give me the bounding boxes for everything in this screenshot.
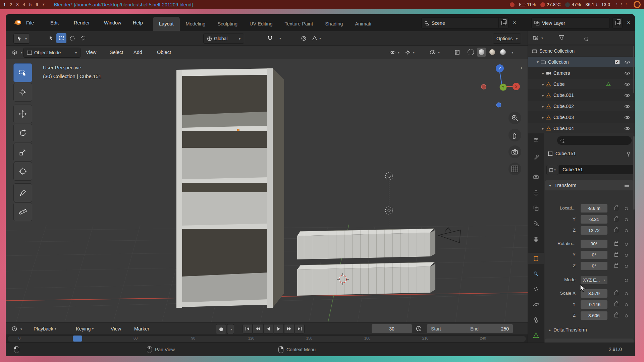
slatted-box-lower[interactable] — [297, 262, 435, 296]
menu-render[interactable]: Render — [72, 14, 92, 31]
lock-icon[interactable] — [614, 229, 618, 232]
view-layer-selector[interactable]: View Layer — [531, 17, 610, 28]
new-scene-button[interactable] — [498, 17, 508, 28]
tool-rotate[interactable] — [13, 124, 32, 142]
camera-object[interactable] — [438, 228, 461, 243]
select-mode-tweak[interactable] — [46, 33, 56, 43]
tab-shading[interactable]: Shading — [319, 17, 349, 31]
end-frame-field[interactable]: End 250 — [466, 324, 513, 333]
animate-dot-icon[interactable] — [625, 218, 628, 221]
animate-dot-icon[interactable] — [625, 265, 628, 268]
lock-icon[interactable] — [614, 264, 618, 268]
animate-dot-icon[interactable] — [625, 314, 628, 317]
object-id-dropdown[interactable]: ▾ — [546, 165, 558, 175]
jump-to-start-button[interactable] — [243, 324, 253, 334]
tab-object-data[interactable] — [528, 329, 544, 341]
new-view-layer-button[interactable] — [612, 17, 623, 28]
snap-toggle[interactable] — [265, 33, 275, 43]
tool-move[interactable] — [13, 105, 32, 123]
eye-icon[interactable] — [624, 116, 630, 119]
active-tool-dropdown[interactable]: ▾ — [13, 34, 30, 44]
jump-to-end-button[interactable] — [294, 324, 305, 334]
lock-icon[interactable] — [614, 218, 618, 221]
tab-layout[interactable]: Layout — [153, 17, 180, 31]
blender-logo-icon[interactable] — [13, 18, 22, 26]
mode-dropdown[interactable]: Object Mode ▾ — [23, 48, 80, 58]
app-grid-icon[interactable]: ⋮⋮⋮ — [615, 2, 629, 7]
rotation-z-field[interactable]: 0° — [581, 262, 607, 270]
properties-editor-dropdown[interactable] — [528, 134, 544, 145]
menu-window[interactable]: Window — [102, 14, 123, 31]
lock-icon[interactable] — [614, 242, 618, 246]
shading-solid-button[interactable] — [477, 48, 486, 57]
scale-z-field[interactable]: 3.606 — [581, 311, 607, 320]
animate-dot-icon[interactable] — [625, 229, 628, 232]
next-keyframe-button[interactable] — [284, 324, 294, 334]
slatted-box-upper[interactable] — [297, 229, 435, 259]
eye-icon[interactable] — [624, 82, 630, 86]
rotation-mode-dropdown[interactable]: XYZ E...▾ — [581, 276, 607, 284]
tab-modeling[interactable]: Modeling — [180, 17, 212, 31]
delta-transform-panel[interactable]: ▸ Delta Transform — [549, 327, 587, 333]
tab-object[interactable] — [528, 253, 544, 264]
timeline-scrollbar[interactable] — [8, 336, 526, 342]
tab-uv-editing[interactable]: UV Editing — [244, 17, 279, 31]
transform-orientation-dropdown[interactable]: Global ▾ — [203, 34, 244, 44]
auto-keying-button[interactable] — [216, 324, 226, 334]
menu-edit[interactable]: Edit — [48, 14, 61, 31]
tab-constraints[interactable] — [528, 314, 544, 326]
panel-menu-icon[interactable] — [625, 185, 629, 186]
workspace-indicator[interactable]: 1 — [3, 2, 6, 7]
shading-dropdown[interactable]: ▾ — [508, 48, 515, 57]
current-frame-field[interactable]: 30 — [372, 324, 412, 333]
scene-selector[interactable]: Scene — [421, 17, 500, 28]
notification-badge-icon[interactable] — [510, 2, 515, 7]
previous-keyframe-button[interactable] — [253, 324, 263, 334]
sidebar-collapse-arrow[interactable]: ‹ — [521, 65, 522, 71]
tab-world[interactable] — [528, 233, 544, 245]
workspace-indicator[interactable]: 2 — [10, 2, 12, 7]
tool-select-box[interactable] — [13, 63, 32, 82]
tool-annotate[interactable] — [13, 183, 32, 202]
gizmos-dropdown[interactable]: ▾ — [404, 48, 416, 57]
animate-dot-icon[interactable] — [625, 243, 628, 246]
lock-icon[interactable] — [614, 314, 618, 317]
menu-playback[interactable]: Playback▾ — [32, 322, 58, 335]
properties-search-input[interactable] — [557, 136, 632, 145]
tool-transform[interactable] — [13, 162, 32, 181]
animate-dot-icon[interactable] — [625, 303, 628, 306]
tool-scale[interactable] — [13, 143, 32, 162]
animate-dot-icon[interactable] — [625, 292, 628, 295]
location-x-field[interactable]: -8.6 m — [581, 204, 607, 213]
animate-dot-icon[interactable] — [625, 254, 628, 257]
select-mode-lasso[interactable] — [78, 33, 88, 43]
eye-icon[interactable] — [624, 71, 630, 75]
xray-toggle[interactable] — [452, 47, 462, 57]
menu-keying[interactable]: Keying▾ — [74, 322, 96, 335]
outliner-editor-dropdown[interactable]: ▾ — [531, 33, 545, 43]
outliner-row-cube-004[interactable]: ▸ Cube.004 — [528, 123, 635, 133]
gizmo-minus-x-dot[interactable] — [481, 84, 486, 89]
menu-select[interactable]: Select — [108, 46, 125, 59]
collection-checkbox[interactable]: ✓ — [615, 60, 620, 64]
next-panel-sliver[interactable] — [545, 339, 634, 343]
filter-icon[interactable] — [559, 35, 564, 40]
workspace-indicator[interactable]: 5 — [29, 2, 32, 7]
outliner-search-icon[interactable] — [584, 36, 588, 42]
workspace-indicator[interactable]: 3 — [16, 2, 18, 7]
timeline-strip[interactable]: 0 30 60 90 120 150 180 210 240 — [6, 335, 528, 343]
tab-view-layer[interactable] — [528, 202, 544, 214]
workspace-indicator[interactable]: 7 — [42, 2, 44, 7]
camera-view-button[interactable] — [508, 145, 521, 158]
outliner-row-cube-001[interactable]: ▸ Cube.001 — [528, 90, 635, 100]
eye-icon[interactable] — [624, 94, 630, 97]
lock-icon[interactable] — [614, 207, 618, 210]
rotation-y-field[interactable]: 0° — [581, 251, 607, 259]
overlays-dropdown[interactable]: ▾ — [428, 48, 441, 57]
viewport-3d[interactable]: Y Z X User Perspective (30) Collection |… — [6, 59, 528, 322]
outliner-row-scene-collection[interactable]: Scene Collection — [528, 46, 635, 56]
outliner-row-cube-003[interactable]: ▸ Cube.003 — [528, 112, 635, 122]
menu-view[interactable]: View — [84, 46, 98, 59]
menu-help[interactable]: Help — [131, 14, 145, 31]
tool-measure[interactable] — [13, 202, 32, 221]
